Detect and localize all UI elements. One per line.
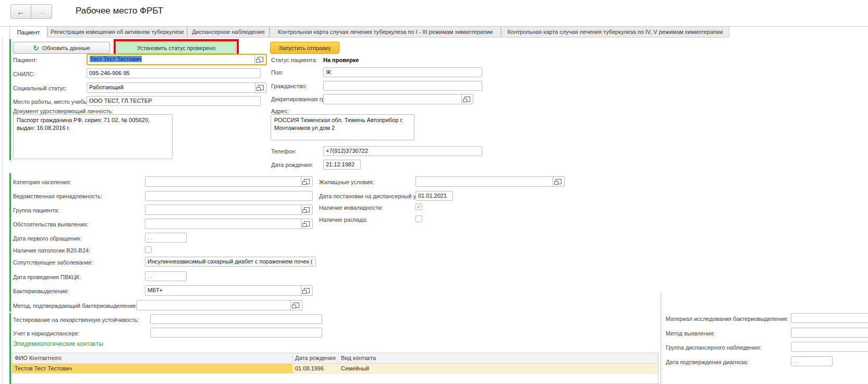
dispensary-registration-date-field[interactable]: 01.01.2021 — [415, 191, 453, 201]
identity-document-textarea[interactable]: Паспорт гражданина РФ, серия: 71 02, № 0… — [13, 114, 173, 159]
section-bar-patient — [9, 39, 11, 160]
detection-circumstances-value — [145, 219, 301, 229]
panel-splitter[interactable] — [661, 294, 661, 384]
decreed-group-field[interactable] — [323, 94, 473, 104]
tab-tb-notice[interactable]: Регистрация извещения об активном туберк… — [47, 26, 187, 38]
citizenship-value — [324, 81, 482, 90]
confirm-method-picker-button[interactable] — [290, 301, 302, 310]
bacteria-material-label: Материал исследования бактериовыделения: — [666, 316, 788, 322]
snils-value: 095-246-906 95 — [87, 69, 260, 78]
citizenship-field[interactable] — [323, 81, 482, 91]
contact-fio-cell[interactable]: Тестов Тест Тестович — [12, 364, 292, 373]
patient-status-label: Статус пациента: — [271, 57, 317, 63]
comorbidity-value: Инсулиннезависимый сахарный диабет с пор… — [145, 257, 315, 266]
workplace-label: Место работы, место учебы: — [13, 99, 89, 105]
choose-icon — [556, 179, 561, 184]
diagnosis-confirmation-date-field[interactable]: . . — [791, 356, 833, 366]
narcology-registration-field[interactable] — [150, 328, 322, 338]
contacts-col-fio[interactable]: ФИО Контактного — [12, 353, 292, 363]
disability-checkbox-checked[interactable]: ✓ — [415, 203, 422, 210]
pvkck-date-field[interactable]: . . — [145, 271, 187, 281]
refresh-icon: ↻ — [33, 44, 39, 52]
choose-icon — [258, 57, 263, 62]
contacts-table-row-selected[interactable]: Тестов Тест Тестович 01.08.1996 Семейный — [12, 364, 658, 374]
contacts-col-contact-type[interactable]: Вид контакта — [338, 353, 658, 363]
tab-chemo-card-1-3[interactable]: Контрольная карта случая лечения туберку… — [270, 26, 501, 38]
contacts-table: ФИО Контактного Дата рождения Вид контак… — [11, 353, 658, 384]
contact-birthdate-cell[interactable]: 01.08.1996 — [292, 364, 338, 373]
choose-icon — [258, 85, 264, 90]
observation-group-field[interactable] — [791, 342, 868, 352]
nav-forward-button[interactable]: → — [31, 4, 52, 19]
address-textarea[interactable]: РОССИЯ Тюменская обл. Тюмень Автоприбор … — [271, 114, 414, 140]
tab-patient[interactable]: Пациент — [9, 26, 47, 38]
tab-dispensary-observation[interactable]: Диспансерное наблюдение — [187, 26, 270, 38]
b20-b24-checkbox[interactable] — [145, 246, 152, 253]
birthdate-field[interactable]: 21.12.1982 — [323, 160, 361, 170]
contacts-table-header-row: ФИО Контактного Дата рождения Вид контак… — [12, 353, 658, 364]
address-label: Адрес: — [271, 108, 289, 114]
patient-picker-button[interactable] — [254, 55, 266, 64]
bacteria-excretion-value: МБТ+ — [145, 286, 301, 295]
bacteria-material-field[interactable] — [791, 313, 868, 323]
nav-back-button[interactable]: ← — [10, 4, 31, 19]
observation-group-label: Группа диспансерного наблюдения: — [666, 344, 761, 351]
epidemiological-contacts-title: Эпидемиологические контакты — [13, 340, 103, 347]
drug-resistance-testing-field[interactable] — [150, 314, 322, 324]
contact-type-cell[interactable]: Семейный — [338, 364, 658, 373]
back-arrow-icon: ← — [17, 7, 25, 16]
snils-field[interactable]: 095-246-906 95 — [87, 68, 261, 78]
phone-label: Телефон: — [271, 148, 297, 154]
decreed-group-picker-button[interactable] — [461, 94, 473, 104]
confirm-method-field[interactable] — [137, 300, 302, 310]
detection-circumstances-field[interactable] — [145, 219, 313, 229]
sex-value: Ж — [324, 68, 482, 77]
section-bar-details — [9, 173, 11, 311]
population-category-field[interactable] — [145, 176, 313, 187]
departmental-affiliation-field[interactable] — [145, 191, 313, 201]
drug-resistance-testing-value — [151, 315, 322, 323]
comorbidity-label: Сопутствующее заболевание: — [13, 259, 93, 266]
housing-conditions-picker-button[interactable] — [553, 177, 564, 186]
patient-field[interactable]: Тест Тест Тестович — [87, 54, 267, 65]
patient-group-value — [145, 205, 301, 214]
housing-conditions-field[interactable] — [415, 176, 565, 187]
detection-method-field[interactable] — [791, 328, 868, 338]
pvkck-date-value: . . — [145, 272, 186, 281]
patient-status-value: На проверке — [323, 57, 359, 63]
detection-method-value — [791, 328, 868, 337]
decay-label: Наличие распада: — [319, 217, 368, 223]
choose-icon — [294, 303, 299, 308]
phone-field[interactable]: +7(912)3730722 — [323, 146, 482, 156]
start-sending-button[interactable]: Запустить отправку — [270, 42, 339, 54]
social-status-field[interactable]: Работающий — [87, 82, 267, 93]
bacteria-excretion-field[interactable]: МБТ+ — [145, 285, 313, 296]
choose-icon — [304, 288, 310, 293]
bacteria-excretion-picker-button[interactable] — [301, 286, 312, 295]
patient-value-selected: Тест Тест Тестович — [90, 56, 142, 62]
set-status-verified-button[interactable]: Установить статус проверено — [117, 42, 236, 54]
bacteria-excretion-label: Бактериовыделение: — [13, 288, 69, 294]
sex-field[interactable]: Ж — [323, 67, 482, 77]
patient-group-field[interactable] — [145, 205, 313, 215]
contacts-col-birthdate[interactable]: Дата рождения — [292, 353, 338, 363]
comorbidity-field[interactable]: Инсулиннезависимый сахарный диабет с пор… — [145, 257, 316, 267]
tab-chemo-card-4-5[interactable]: Контрольная карта случая лечения туберку… — [501, 26, 729, 38]
snils-label: СНИЛС: — [13, 71, 35, 77]
social-status-picker-button[interactable] — [255, 83, 266, 92]
birthdate-label: Дата рождения: — [271, 162, 313, 168]
first-visit-date-field[interactable]: . . — [145, 233, 187, 243]
detection-circumstances-picker-button[interactable] — [301, 219, 312, 229]
housing-conditions-label: Жилищные условия: — [319, 179, 374, 185]
patient-group-label: Группа пациента: — [13, 207, 59, 213]
birthdate-value: 21.12.1982 — [324, 160, 360, 169]
confirm-method-value — [137, 301, 290, 310]
workplace-field[interactable]: ООО ТЕСТ, ГЛ.ТЕСТЕР — [87, 96, 261, 106]
identity-document-label: Документ удостоверяющий личность: — [13, 108, 113, 114]
decay-checkbox[interactable] — [415, 215, 422, 222]
patient-group-picker-button[interactable] — [301, 205, 312, 214]
diagnosis-confirmation-date-label: Дата подтверждения диагноза: — [666, 359, 749, 365]
refresh-data-button[interactable]: ↻ Обновить данные — [13, 42, 110, 54]
dispensary-registration-date-label: Дата постановки на диспансерный учет: — [319, 193, 426, 199]
population-category-picker-button[interactable] — [301, 177, 312, 186]
